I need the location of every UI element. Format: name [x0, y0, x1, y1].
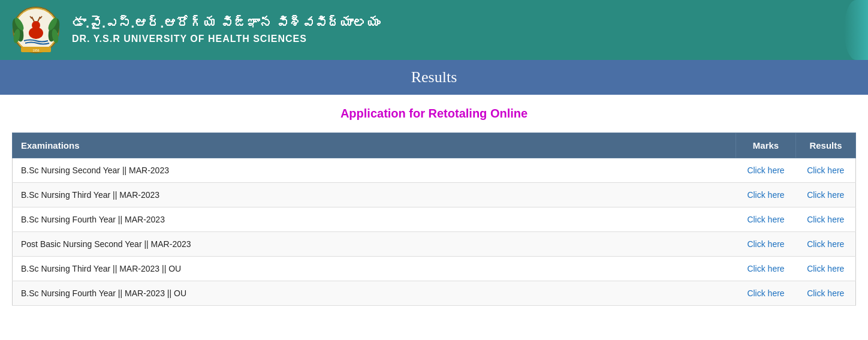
- marks-click-here-link[interactable]: Click here: [747, 215, 784, 224]
- marks-click-here-link[interactable]: Click here: [747, 288, 784, 298]
- university-telugu-name: డా.వై.ఎస్.ఆర్.ఆరోగ్య విజ్ఞాన విశ్వవిద్యా…: [72, 16, 380, 31]
- marks-cell: Click here: [736, 257, 796, 281]
- results-cell: Click here: [796, 183, 856, 207]
- results-click-here-link[interactable]: Click here: [807, 264, 844, 273]
- table-row: B.Sc Nursing Fourth Year || MAR-2023Clic…: [13, 207, 856, 232]
- marks-click-here-link[interactable]: Click here: [747, 190, 784, 200]
- svg-rect-10: [38, 29, 40, 35]
- results-click-here-link[interactable]: Click here: [807, 190, 844, 200]
- table-body: B.Sc Nursing Second Year || MAR-2023Clic…: [13, 158, 856, 306]
- table-header: Examinations Marks Results: [13, 133, 856, 158]
- results-cell: Click here: [796, 257, 856, 281]
- university-emblem: 1956: [12, 6, 60, 54]
- table-row: B.Sc Nursing Second Year || MAR-2023Clic…: [13, 158, 856, 183]
- marks-cell: Click here: [736, 183, 796, 207]
- results-cell: Click here: [796, 207, 856, 232]
- examinations-table: Examinations Marks Results B.Sc Nursing …: [12, 133, 856, 306]
- table-row: B.Sc Nursing Fourth Year || MAR-2023 || …: [13, 281, 856, 306]
- header-examinations: Examinations: [13, 133, 736, 158]
- results-click-here-link[interactable]: Click here: [807, 215, 844, 224]
- exam-name-cell: B.Sc Nursing Third Year || MAR-2023 || O…: [13, 257, 736, 281]
- results-cell: Click here: [796, 281, 856, 306]
- svg-text:1956: 1956: [32, 49, 39, 52]
- header-marks: Marks: [736, 133, 796, 158]
- exam-name-cell: B.Sc Nursing Third Year || MAR-2023: [13, 183, 736, 207]
- marks-click-here-link[interactable]: Click here: [747, 239, 784, 249]
- marks-click-here-link[interactable]: Click here: [747, 264, 784, 273]
- marks-cell: Click here: [736, 232, 796, 257]
- page-subtitle: Application for Retotaling Online: [12, 107, 856, 121]
- table-row: B.Sc Nursing Third Year || MAR-2023Click…: [13, 183, 856, 207]
- results-banner: Results: [0, 60, 868, 95]
- logo-container: 1956: [12, 6, 60, 54]
- results-click-here-link[interactable]: Click here: [807, 166, 844, 175]
- marks-cell: Click here: [736, 207, 796, 232]
- results-title: Results: [0, 68, 868, 86]
- table-row: Post Basic Nursing Second Year || MAR-20…: [13, 232, 856, 257]
- svg-rect-9: [32, 29, 34, 35]
- university-english-name: DR. Y.S.R UNIVERSITY OF HEALTH SCIENCES: [72, 34, 380, 44]
- results-click-here-link[interactable]: Click here: [807, 239, 844, 249]
- marks-cell: Click here: [736, 158, 796, 183]
- exam-name-cell: B.Sc Nursing Fourth Year || MAR-2023: [13, 207, 736, 232]
- results-cell: Click here: [796, 232, 856, 257]
- table-row: B.Sc Nursing Third Year || MAR-2023 || O…: [13, 257, 856, 281]
- results-click-here-link[interactable]: Click here: [807, 288, 844, 298]
- exam-name-cell: Post Basic Nursing Second Year || MAR-20…: [13, 232, 736, 257]
- header-text-block: డా.వై.ఎస్.ఆర్.ఆరోగ్య విజ్ఞాన విశ్వవిద్యా…: [72, 16, 380, 44]
- results-cell: Click here: [796, 158, 856, 183]
- main-content: Application for Retotaling Online Examin…: [0, 95, 868, 318]
- exam-name-cell: B.Sc Nursing Second Year || MAR-2023: [13, 158, 736, 183]
- svg-point-11: [32, 21, 40, 29]
- marks-click-here-link[interactable]: Click here: [747, 166, 784, 175]
- header-decorative-circle: [844, 0, 868, 60]
- page-header: 1956 డా.వై.ఎస్.ఆర్.ఆరోగ్య విజ్ఞాన విశ్వవ…: [0, 0, 868, 60]
- marks-cell: Click here: [736, 281, 796, 306]
- header-results: Results: [796, 133, 856, 158]
- exam-name-cell: B.Sc Nursing Fourth Year || MAR-2023 || …: [13, 281, 736, 306]
